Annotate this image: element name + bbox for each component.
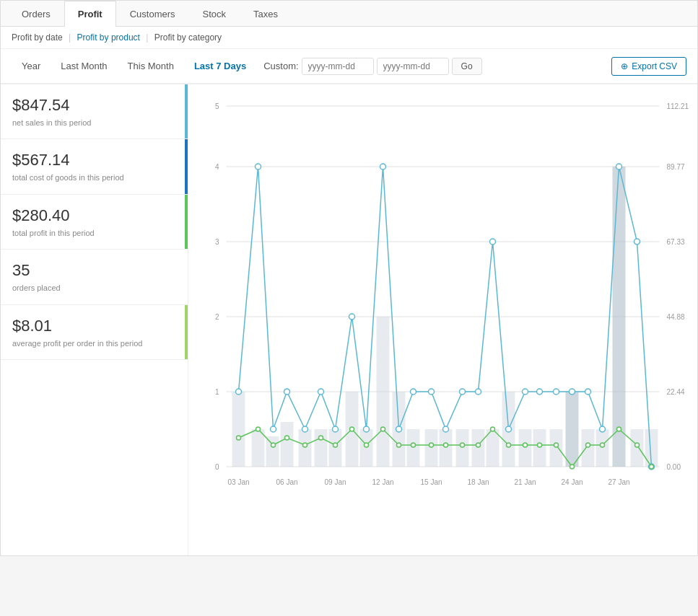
sub-nav: Profit by date | Profit by product | Pro…	[1, 27, 697, 49]
svg-point-96	[617, 427, 621, 431]
svg-point-90	[523, 443, 528, 447]
svg-rect-38	[550, 429, 563, 467]
svg-point-52	[349, 314, 355, 320]
svg-point-79	[350, 427, 354, 431]
stat-total-profit-label: total profit in this period	[12, 228, 176, 239]
svg-point-69	[616, 164, 622, 170]
period-tab-last-7-days[interactable]: Last 7 Days	[184, 56, 256, 76]
stat-net-sales-label: net sales in this period	[12, 118, 176, 128]
svg-rect-23	[315, 429, 328, 467]
stat-total-cost-label: total cost of goods in this period	[12, 172, 176, 183]
download-icon: ⊕	[621, 61, 628, 71]
svg-point-86	[461, 443, 465, 447]
svg-point-47	[271, 426, 276, 432]
svg-rect-42	[613, 167, 626, 467]
stat-orders-placed-label: orders placed	[12, 283, 176, 294]
stat-total-profit-accent	[185, 195, 188, 249]
svg-text:21 Jan: 21 Jan	[514, 478, 536, 486]
stat-net-sales: $847.54 net sales in this period	[1, 84, 188, 139]
svg-point-54	[380, 164, 386, 170]
svg-point-76	[303, 443, 307, 447]
svg-point-48	[284, 389, 290, 395]
stat-net-sales-accent	[185, 84, 188, 138]
svg-point-66	[570, 389, 575, 395]
svg-point-78	[333, 443, 338, 447]
svg-rect-29	[407, 429, 420, 467]
subnav-profit-by-category[interactable]: Profit by category	[154, 32, 222, 43]
svg-point-61	[490, 239, 496, 245]
svg-text:5: 5	[215, 102, 219, 110]
svg-point-67	[585, 389, 591, 395]
svg-point-73	[256, 427, 261, 431]
svg-point-60	[476, 389, 481, 395]
svg-text:3: 3	[215, 238, 219, 246]
svg-rect-24	[329, 429, 342, 467]
custom-label: Custom:	[263, 61, 298, 71]
tab-stock[interactable]: Stock	[189, 1, 240, 27]
top-nav: Orders Profit Customers Stock Taxes	[1, 1, 697, 27]
svg-point-57	[429, 389, 435, 395]
svg-text:4: 4	[215, 163, 219, 171]
subnav-profit-by-product[interactable]: Profit by product	[77, 32, 140, 43]
svg-point-51	[333, 426, 339, 432]
stats-panel: $847.54 net sales in this period $567.14…	[1, 84, 188, 555]
svg-rect-21	[281, 422, 294, 467]
stat-total-profit: $280.40 total profit in this period	[1, 195, 188, 250]
period-tab-this-month[interactable]: This Month	[118, 56, 184, 76]
svg-text:03 Jan: 03 Jan	[227, 478, 249, 486]
svg-rect-32	[456, 429, 469, 467]
stat-total-cost: $567.14 total cost of goods in this peri…	[1, 139, 188, 194]
svg-point-94	[586, 443, 590, 447]
subnav-profit-by-date[interactable]: Profit by date	[12, 32, 63, 43]
tab-profit[interactable]: Profit	[64, 1, 116, 27]
svg-rect-20	[266, 436, 279, 467]
svg-text:1: 1	[215, 388, 219, 396]
svg-rect-36	[519, 429, 532, 467]
content-area: $847.54 net sales in this period $567.14…	[1, 84, 697, 555]
svg-point-87	[476, 443, 481, 447]
stat-total-profit-value: $280.40	[12, 206, 176, 225]
svg-text:112.21: 112.21	[667, 102, 689, 110]
custom-start-date[interactable]	[302, 58, 374, 75]
tab-customers[interactable]: Customers	[116, 1, 189, 27]
svg-rect-18	[232, 392, 245, 467]
svg-point-58	[443, 426, 449, 432]
svg-rect-31	[440, 429, 453, 467]
svg-point-46	[256, 164, 261, 170]
chart-area: 0 1 2 3 4 5 0.00 22.44 44.88 67.33 89.77…	[188, 84, 697, 555]
period-tab-year[interactable]: Year	[12, 56, 51, 76]
svg-text:2: 2	[215, 313, 219, 321]
svg-point-77	[319, 436, 323, 440]
stat-total-cost-accent	[185, 139, 188, 193]
period-tab-last-month[interactable]: Last Month	[51, 56, 117, 76]
svg-point-93	[570, 465, 575, 469]
svg-point-82	[397, 443, 401, 447]
svg-point-97	[635, 443, 640, 447]
svg-point-80	[365, 443, 369, 447]
export-csv-button[interactable]: ⊕ Export CSV	[611, 57, 686, 76]
svg-point-56	[411, 389, 416, 395]
svg-text:18 Jan: 18 Jan	[467, 478, 489, 486]
svg-point-74	[271, 443, 276, 447]
svg-point-89	[507, 443, 511, 447]
svg-point-53	[364, 426, 370, 432]
svg-point-75	[285, 436, 289, 440]
svg-rect-26	[360, 429, 373, 467]
stat-avg-profit: $8.01 average profit per order in this p…	[1, 305, 188, 360]
svg-point-72	[237, 436, 241, 440]
svg-rect-40	[582, 429, 595, 467]
custom-end-date[interactable]	[377, 58, 449, 75]
tab-orders[interactable]: Orders	[8, 1, 64, 27]
svg-point-84	[429, 443, 434, 447]
svg-point-95	[601, 443, 605, 447]
svg-point-59	[460, 389, 466, 395]
svg-point-45	[236, 389, 242, 395]
tab-taxes[interactable]: Taxes	[240, 1, 292, 27]
stat-avg-profit-accent	[185, 305, 188, 359]
svg-text:27 Jan: 27 Jan	[608, 478, 629, 486]
svg-text:44.88: 44.88	[667, 313, 685, 321]
svg-text:22.44: 22.44	[667, 388, 685, 396]
go-button[interactable]: Go	[452, 58, 482, 75]
svg-rect-37	[533, 429, 546, 467]
svg-point-55	[396, 426, 402, 432]
